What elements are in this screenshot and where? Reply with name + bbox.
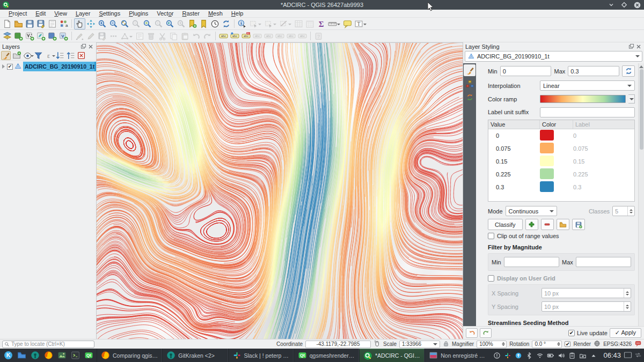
filter-legend-button[interactable] [33, 51, 43, 60]
zoom-last-button[interactable] [164, 18, 175, 29]
manage-map-themes-button[interactable] [23, 51, 32, 60]
min-input[interactable]: 0 [500, 66, 552, 76]
menu-raster[interactable]: Raster [178, 10, 203, 17]
user-grid-checkbox[interactable] [488, 275, 494, 282]
volume-icon[interactable] [558, 352, 565, 359]
class-color-swatch[interactable] [540, 143, 554, 153]
new-virtual-layer-button[interactable]: V [58, 31, 69, 42]
menu-edit[interactable]: Edit [31, 10, 50, 17]
max-input[interactable]: 0.3 [568, 66, 619, 76]
updates-icon[interactable] [515, 352, 522, 359]
apply-button[interactable]: ✓ Apply [610, 328, 641, 338]
save-project-as-button[interactable] [35, 18, 47, 29]
close-styling-icon[interactable] [635, 43, 642, 50]
title-bar[interactable]: *ADCIRC - QGIS 26427ab9993 [0, 0, 644, 10]
open-data-source-manager-button[interactable] [2, 31, 13, 42]
zoom-to-layer-button[interactable] [142, 18, 153, 29]
styling-scrollbar[interactable] [638, 63, 644, 326]
save-project-button[interactable] [24, 18, 35, 29]
live-update-checkbox[interactable]: ✔ [568, 330, 575, 336]
col-color[interactable]: Color [540, 120, 573, 129]
class-label[interactable]: 0.075 [573, 145, 634, 152]
class-row[interactable]: 00 [488, 129, 634, 142]
new-project-button[interactable] [2, 18, 13, 29]
render-checkbox[interactable]: ✔ [565, 341, 570, 347]
filter-max-input[interactable] [576, 257, 631, 267]
col-label[interactable]: Label [573, 120, 634, 129]
caret-up-icon[interactable] [590, 352, 597, 359]
terminal-launcher-icon[interactable] [69, 350, 81, 361]
layer-labeling-options-button[interactable]: abc [218, 31, 229, 42]
class-value[interactable]: 0.075 [488, 145, 540, 152]
minimize-icon[interactable] [608, 1, 615, 9]
close-panel-icon[interactable] [87, 43, 94, 50]
maximize-icon[interactable] [620, 1, 628, 9]
style-manager-button[interactable]: a [58, 18, 69, 29]
style-undo-button[interactable] [466, 328, 478, 338]
undock-panel-icon[interactable] [80, 43, 87, 50]
scrollbar-thumb[interactable] [640, 69, 643, 150]
expand-layer-icon[interactable] [2, 64, 5, 69]
task-button[interactable]: GitKraken <2> [162, 349, 228, 362]
mouse-tracking-icon[interactable] [374, 340, 380, 348]
class-value[interactable]: 0.3 [488, 184, 540, 190]
zoom-out-button[interactable] [108, 18, 119, 29]
magnifier-spinner[interactable]: 100% [477, 341, 507, 348]
task-button[interactable]: Comparing qgis:mast... [97, 349, 162, 362]
zoom-full-button[interactable] [119, 18, 130, 29]
clipboard-icon[interactable] [568, 352, 576, 359]
menu-help[interactable]: Help [227, 10, 248, 17]
app-menu-icon[interactable]: K [2, 350, 14, 361]
class-color-swatch[interactable] [540, 168, 554, 179]
color-ramp-menu-button[interactable] [628, 94, 635, 104]
battery-icon[interactable] [547, 352, 554, 359]
open-project-button[interactable] [13, 18, 24, 29]
menu-plugins[interactable]: Plugins [125, 10, 152, 17]
class-color-swatch[interactable] [540, 130, 554, 141]
add-class-button[interactable] [525, 219, 538, 230]
scale-select[interactable]: 1:33966 [399, 341, 440, 348]
bluetooth-icon[interactable] [525, 352, 533, 359]
measure-line-button[interactable] [327, 18, 338, 29]
new-shapefile-layer-button[interactable] [24, 31, 35, 42]
close-icon[interactable] [633, 1, 641, 9]
load-ramp-button[interactable] [557, 219, 569, 230]
refresh-map-button[interactable] [221, 18, 232, 29]
style-redo-button[interactable] [480, 328, 492, 338]
image-viewer-launcher-icon[interactable] [56, 350, 68, 361]
class-row[interactable]: 0.0750.075 [488, 142, 634, 155]
remove-class-button[interactable] [541, 219, 554, 230]
scroll-up-icon[interactable] [639, 65, 643, 68]
new-geopackage-layer-button[interactable] [13, 31, 24, 42]
layer-name[interactable]: ADCIRC_BG_20190910_1t [23, 62, 96, 71]
menu-view[interactable]: View [50, 10, 71, 17]
collapse-all-button[interactable] [65, 51, 75, 60]
task-button[interactable]: Qtqgsmeshrenderersetti... [294, 349, 359, 362]
remove-layer-button[interactable] [76, 51, 86, 60]
layer-item[interactable]: ✔ ADCIRC_BG_20190910_1t [0, 62, 96, 71]
task-button[interactable]: Non enregistré * — Sp... [425, 349, 490, 362]
crs-label[interactable]: EPSG:4326 [603, 341, 632, 347]
task-button[interactable]: Slack | ! peterp | Lutr... [228, 349, 294, 362]
temporal-controller-button[interactable] [209, 18, 221, 29]
clip-checkbox[interactable] [488, 233, 494, 239]
class-row[interactable]: 0.150.15 [488, 155, 634, 168]
class-color-swatch[interactable] [540, 156, 554, 166]
qt-launcher-icon[interactable]: Qt [83, 350, 94, 361]
file-manager-icon[interactable] [16, 350, 27, 361]
class-value[interactable]: 0.15 [488, 158, 540, 165]
class-row[interactable]: 0.30.3 [488, 181, 634, 194]
slack-tray-icon[interactable] [504, 352, 511, 359]
taskbar-clock[interactable]: 06:43 [603, 351, 621, 359]
class-label[interactable]: 0.3 [573, 184, 634, 190]
messages-icon[interactable] [634, 340, 642, 348]
map-tips-button[interactable] [342, 18, 353, 29]
class-row[interactable]: 0.2250.225 [488, 168, 634, 181]
identify-features-button[interactable]: i [237, 18, 248, 29]
col-value[interactable]: Value [488, 120, 540, 129]
menu-project[interactable]: Project [4, 10, 31, 17]
lock-scale-icon[interactable] [443, 341, 449, 348]
pan-to-selection-button[interactable] [85, 18, 97, 29]
map-canvas[interactable] [97, 43, 463, 339]
expand-all-button[interactable] [55, 51, 64, 60]
